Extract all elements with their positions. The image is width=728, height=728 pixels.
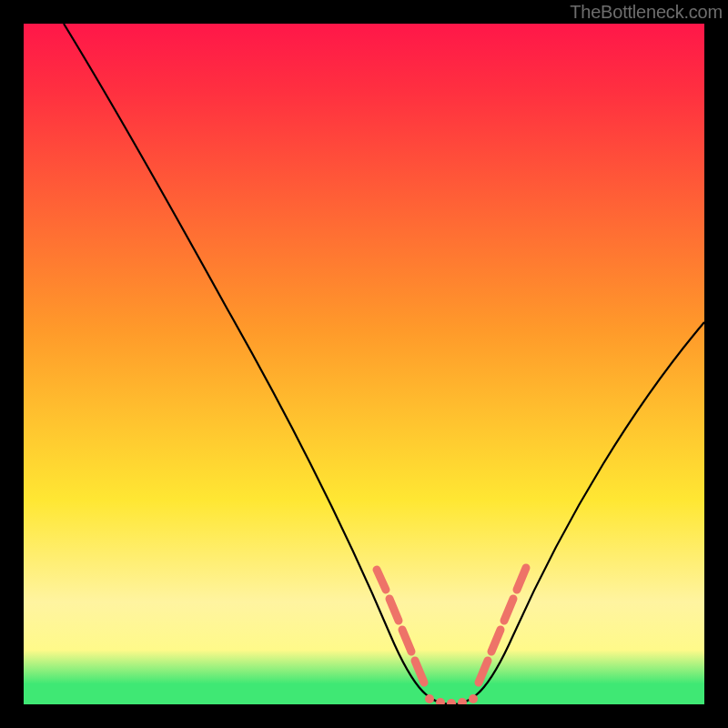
watermark-text: TheBottleneck.com (570, 2, 723, 23)
valley-dot (447, 699, 456, 704)
valley-dot (469, 694, 478, 703)
valley-dot (436, 698, 445, 704)
bottleneck-curve (64, 24, 704, 704)
valley-dot (458, 698, 467, 704)
salmon-band-left (389, 599, 399, 621)
salmon-band-left (415, 661, 424, 682)
chart-stage: TheBottleneck.com (0, 0, 728, 728)
valley-dot (425, 694, 434, 703)
salmon-band-left (402, 630, 411, 652)
salmon-band-right (504, 599, 513, 621)
salmon-band-right (517, 568, 526, 590)
salmon-band-right (491, 630, 500, 652)
curve-layer (24, 24, 704, 704)
salmon-band-left (377, 570, 386, 590)
salmon-band-right (479, 661, 488, 682)
